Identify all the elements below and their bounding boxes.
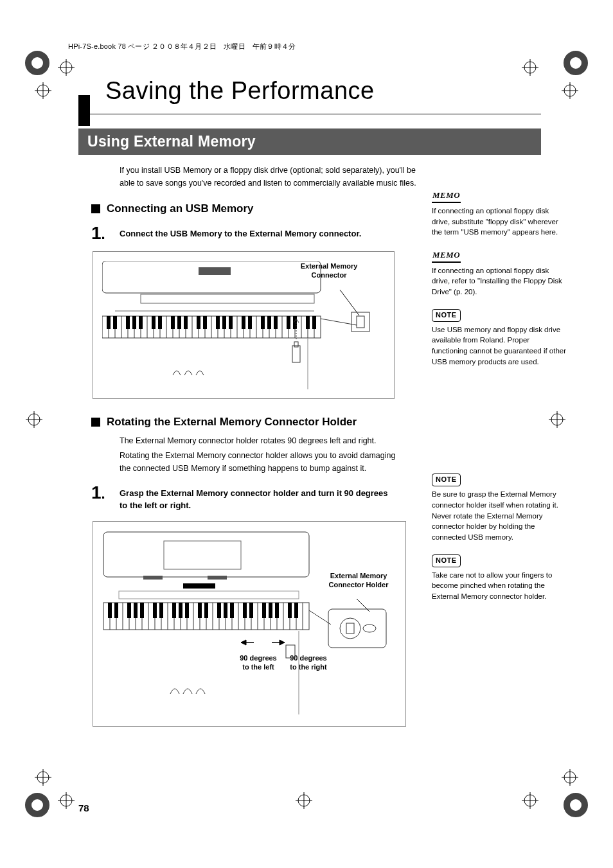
svg-rect-162 [224,603,227,618]
note-3: NOTE Take care not to allow your fingers… [432,554,567,602]
svg-line-103 [340,290,359,315]
step-number: 1. [91,224,120,242]
svg-rect-81 [126,316,130,329]
memo-2-text: If connecting an optional floppy disk dr… [432,265,567,297]
reg-target-lm [26,411,42,428]
svg-rect-86 [171,316,175,329]
note-label: NOTE [432,309,461,322]
step-text: Grasp the External Memory connector hold… [120,484,389,512]
page-number: 78 [78,802,89,813]
svg-rect-85 [158,316,162,329]
chapter-tab [78,95,90,126]
keyboard-rotation-illustration-icon [100,528,402,721]
page-title: Saving the Performance [105,77,562,105]
reg-target-r2 [562,769,578,786]
svg-point-174 [363,624,376,632]
svg-rect-93 [229,316,233,329]
svg-marker-177 [280,640,285,645]
svg-rect-157 [179,603,182,618]
svg-rect-90 [203,316,207,329]
svg-rect-163 [230,603,234,618]
square-bullet-icon [91,204,100,213]
svg-rect-178 [286,645,295,658]
memo-1: MEMO If connecting an optional floppy di… [432,190,567,238]
svg-rect-105 [357,316,364,328]
svg-rect-95 [248,316,252,329]
subheading-connecting-text: Connecting an USB Memory [107,202,254,215]
note-3-text: Take care not to allow your fingers to b… [432,570,567,602]
svg-rect-167 [269,603,272,618]
svg-rect-107 [294,342,298,347]
svg-rect-88 [184,316,188,329]
svg-rect-116 [119,591,299,599]
note-label: NOTE [432,474,461,486]
svg-point-3 [572,59,580,67]
svg-point-7 [572,801,580,809]
svg-rect-166 [262,603,266,618]
svg-rect-171 [328,609,386,648]
svg-rect-98 [274,316,278,329]
note-2: NOTE Be sure to grasp the External Memor… [432,474,567,542]
crop-mark-bl [24,792,50,818]
svg-rect-170 [294,603,298,618]
keyboard-illustration-icon [102,261,385,396]
svg-rect-87 [177,316,181,329]
svg-rect-94 [242,316,245,329]
svg-rect-106 [292,346,300,362]
svg-rect-154 [153,603,157,618]
svg-rect-102 [312,316,316,329]
intro-paragraph: If you install USB Memory or a floppy di… [120,164,428,190]
svg-rect-89 [197,316,200,329]
note-2-text: Be sure to grasp the External Memory con… [432,489,567,542]
crop-mark-tl [24,50,50,76]
svg-rect-153 [140,603,144,618]
svg-rect-156 [172,603,176,618]
svg-line-175 [357,599,369,612]
memo-label: MEMO [432,249,461,263]
svg-marker-176 [241,640,246,645]
svg-line-180 [309,610,331,624]
note-1-text: Use USB memory and floppy disk drive ava… [432,324,567,368]
svg-rect-114 [208,576,227,580]
svg-rect-168 [275,603,279,618]
step-text: Connect the USB Memory to the External M… [120,224,389,240]
svg-rect-115 [183,583,215,589]
step-1a: 1. Connect the USB Memory to the Externa… [91,224,406,242]
section-heading: Using External Memory [78,128,541,155]
note-1: NOTE Use USB memory and floppy disk driv… [432,309,567,368]
svg-rect-151 [127,603,131,618]
svg-rect-80 [113,316,117,329]
svg-rect-92 [222,316,226,329]
svg-rect-164 [243,603,247,618]
subheading-rotating-text: Rotating the External Memory Connector H… [107,416,357,429]
svg-rect-165 [249,603,253,618]
svg-rect-150 [114,603,118,618]
svg-rect-41 [102,261,321,293]
reg-target-l1 [35,82,51,99]
svg-rect-43 [141,294,314,303]
memo-label: MEMO [432,190,461,203]
svg-rect-96 [261,316,265,329]
svg-rect-42 [199,267,231,275]
reg-target-r1 [562,82,578,99]
memo-1-text: If connecting an optional floppy disk dr… [432,206,567,238]
figure-rotating-holder: External Memory Connector Holder 90 degr… [93,521,406,727]
subheading-connecting: Connecting an USB Memory [91,202,406,215]
svg-rect-149 [108,603,112,618]
crop-mark-br [563,792,589,818]
svg-rect-91 [216,316,220,329]
note-label: NOTE [432,554,461,567]
svg-rect-169 [288,603,292,618]
body-paragraph-1: The External Memory connector holder rot… [120,435,396,447]
svg-rect-79 [107,316,111,329]
memo-2: MEMO If connecting an optional floppy di… [432,249,567,297]
svg-rect-84 [152,316,155,329]
svg-rect-104 [351,312,369,332]
title-rule [78,114,541,114]
figure-usb-connection: External Memory Connector [93,251,395,399]
svg-rect-111 [103,532,309,577]
svg-rect-159 [198,603,202,618]
svg-rect-99 [287,316,290,329]
svg-rect-97 [267,316,271,329]
reg-target-l2 [35,769,51,786]
